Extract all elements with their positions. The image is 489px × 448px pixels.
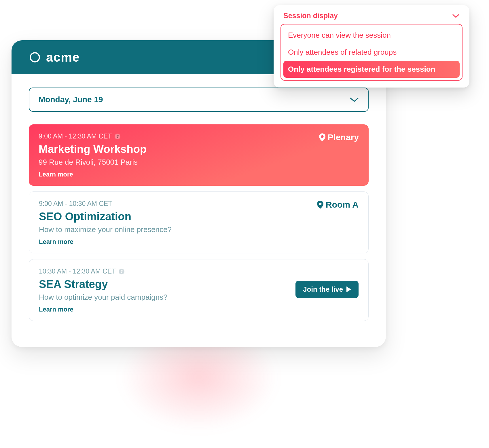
help-icon[interactable]: ? <box>115 134 120 139</box>
session-card[interactable]: 9:00 AM - 12:30 AM CET ? Marketing Works… <box>29 124 369 186</box>
date-dropdown-label: Monday, June 19 <box>39 95 103 104</box>
play-icon <box>346 286 351 292</box>
learn-more-link[interactable]: Learn more <box>39 238 172 246</box>
session-display-header[interactable]: Session display <box>280 12 463 24</box>
chevron-down-icon <box>350 97 359 102</box>
session-time-text: 9:00 AM - 12:30 AM CET <box>39 132 112 140</box>
session-location-text: Plenary <box>328 132 359 142</box>
session-time: 10:30 AM - 12:30 AM CET ? <box>39 267 359 275</box>
svg-point-2 <box>319 203 322 205</box>
location-pin-icon <box>317 201 323 209</box>
join-live-label: Join the live <box>303 285 343 293</box>
session-card[interactable]: 10:30 AM - 12:30 AM CET ? SEA Strategy H… <box>29 259 369 321</box>
session-display-title: Session display <box>283 12 338 20</box>
session-display-option[interactable]: Only attendees of related groups <box>283 44 460 61</box>
session-display-dropdown: Session display Everyone can view the se… <box>274 5 469 88</box>
svg-point-1 <box>321 135 323 138</box>
session-card[interactable]: 9:00 AM - 10:30 AM CET SEO Optimization … <box>29 191 369 253</box>
brand-name: acme <box>46 50 80 64</box>
session-time: 9:00 AM - 10:30 AM CET <box>39 200 172 208</box>
session-location: Plenary <box>319 132 359 142</box>
session-title: SEO Optimization <box>39 210 172 223</box>
location-pin-icon <box>319 133 325 141</box>
chevron-down-icon <box>452 14 460 18</box>
session-time: 9:00 AM - 12:30 AM CET ? <box>39 132 147 140</box>
agenda-body: Monday, June 19 9:00 AM - 12:30 AM CET ?… <box>12 74 386 347</box>
session-subtitle: How to maximize your online presence? <box>39 225 172 234</box>
session-title: Marketing Workshop <box>39 143 147 155</box>
session-display-option[interactable]: Only attendees registered for the sessio… <box>283 61 460 78</box>
learn-more-link[interactable]: Learn more <box>39 171 147 178</box>
help-icon[interactable]: ? <box>119 269 124 274</box>
session-time-text: 9:00 AM - 10:30 AM CET <box>39 200 112 208</box>
session-location: Room A <box>317 200 359 210</box>
session-display-options: Everyone can view the session Only atten… <box>280 24 463 81</box>
session-time-text: 10:30 AM - 12:30 AM CET <box>39 267 116 275</box>
session-location-text: Room A <box>326 200 359 210</box>
session-subtitle: 99 Rue de Rivoli, 75001 Paris <box>39 158 147 167</box>
join-live-button[interactable]: Join the live <box>295 281 359 298</box>
date-dropdown[interactable]: Monday, June 19 <box>29 88 369 112</box>
session-display-option[interactable]: Everyone can view the session <box>283 27 460 44</box>
brand-logo-icon <box>29 51 41 63</box>
learn-more-link[interactable]: Learn more <box>39 306 359 313</box>
